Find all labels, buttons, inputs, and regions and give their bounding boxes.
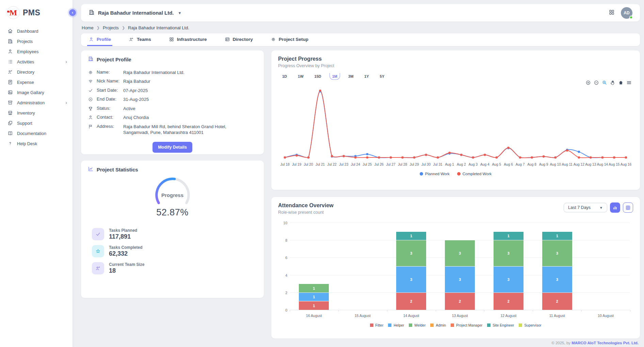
breadcrumb-item-projects[interactable]: Projects	[103, 25, 119, 30]
bar-segment-fitter[interactable]: 2	[494, 293, 524, 310]
bar-segment-helper[interactable]: 3	[396, 267, 426, 292]
legend-item-planned-work[interactable]: Planned Work	[420, 172, 450, 176]
x-axis-tick	[387, 310, 387, 312]
sidebar-item-image-gallary[interactable]: Image Gallary	[0, 87, 73, 97]
zoom-icon[interactable]	[602, 80, 607, 86]
bar-segment-site-engineer[interactable]: 1	[396, 232, 426, 240]
tab-infrastructure[interactable]: Infrastructure	[167, 33, 208, 46]
footer: © 2025, by MARCO AIoT Technologies Pvt. …	[81, 338, 640, 347]
legend-item-helper[interactable]: Helper	[388, 323, 404, 327]
sidebar-item-inventory[interactable]: Inventory	[0, 108, 73, 118]
legend-item-completed-work[interactable]: Completed Work	[457, 172, 492, 176]
range-button-1y[interactable]: 1Y	[361, 73, 371, 80]
x-axis-label: 11 August	[549, 314, 565, 318]
tab-project-setup[interactable]: Project Setup	[269, 33, 310, 46]
field-label: Status:	[97, 106, 123, 111]
field-label: End Date:	[97, 96, 123, 102]
gridline	[290, 223, 630, 223]
attendance-range-select[interactable]: Last 7 Days ▼	[564, 203, 607, 212]
svg-text:Jul 30: Jul 30	[421, 163, 431, 166]
tab-bar: ProfileTeamsInfrastructureDirectoryProje…	[81, 33, 640, 46]
sidebar-item-label: Documentation	[17, 131, 46, 136]
legend-item-admin[interactable]: Admin	[430, 323, 446, 327]
legend-item-welder[interactable]: Welder	[409, 323, 425, 327]
sidebar-item-support[interactable]: Support	[0, 118, 73, 128]
legend-item-project-manager[interactable]: Project Manager	[451, 323, 482, 327]
tab-directory[interactable]: Directory	[223, 33, 254, 46]
zoom-out-icon[interactable]	[594, 80, 599, 86]
company-selector[interactable]: Raja Bahadur International Ltd. ▼	[88, 9, 181, 17]
attendance-bar-chart[interactable]: 0246810111233123323312331	[290, 223, 630, 310]
bar-segment-welder[interactable]: 3	[396, 240, 426, 266]
archive-icon	[7, 100, 13, 105]
footer-company-link[interactable]: MARCO AIoT Technologies Pvt. Ltd.	[571, 341, 639, 345]
range-button-5y[interactable]: 5Y	[377, 73, 387, 80]
stat-tasks-planned: Tasks Planned117,891	[92, 228, 257, 240]
bar-segment-fitter[interactable]: 2	[396, 293, 426, 310]
range-button-1m[interactable]: 1M	[329, 73, 340, 80]
legend-label: Site Engineer	[493, 323, 514, 327]
bar-segment-welder[interactable]: 3	[494, 240, 524, 266]
bar-segment-fitter[interactable]: 2	[542, 293, 572, 310]
company-name: Raja Bahadur International Ltd.	[98, 10, 174, 16]
legend-item-site-engineer[interactable]: Site Engineer	[487, 323, 514, 327]
sidebar-item-projects[interactable]: Projects	[0, 36, 73, 46]
sidebar-item-documentation[interactable]: Documentation	[0, 128, 73, 138]
legend-marker	[519, 323, 522, 327]
breadcrumb-item-home[interactable]: Home	[82, 25, 94, 30]
legend-item-supervisor[interactable]: Supervisor	[519, 323, 541, 327]
sidebar-item-dashboard[interactable]: Dashboard	[0, 26, 73, 36]
avatar-initials: AD	[624, 11, 629, 15]
sidebar-item-help-desk[interactable]: Help Desk	[0, 138, 73, 149]
profile-field-name: Name:Raja Bahadur International Ltd.	[88, 68, 257, 77]
range-button-1d[interactable]: 1D	[279, 73, 290, 80]
progress-line-chart[interactable]: Jul 18Jul 19Jul 20Jul 21Jul 22Jul 23Jul …	[278, 80, 633, 171]
x-axis-label: 10 August	[598, 314, 614, 318]
app-logo[interactable]: M PMS	[0, 3, 73, 25]
field-label: Nick Name:	[97, 78, 123, 84]
zoom-in-icon[interactable]	[585, 80, 591, 86]
bar-segment-site-engineer[interactable]: 1	[542, 232, 572, 240]
tab-teams[interactable]: Teams	[127, 33, 152, 46]
bar-segment-fitter[interactable]: 2	[445, 293, 475, 310]
bar-view-button[interactable]	[610, 202, 620, 213]
y-axis-tick: 8	[285, 238, 287, 242]
svg-text:Aug 11: Aug 11	[562, 163, 573, 166]
legend-item-fitter[interactable]: Fitter	[370, 323, 384, 327]
modify-details-button[interactable]: Modify Details	[152, 142, 192, 153]
pan-icon[interactable]	[610, 80, 615, 86]
apps-grid-button[interactable]	[609, 9, 615, 17]
range-button-3m[interactable]: 3M	[345, 73, 356, 80]
sidebar-item-administration[interactable]: Administration›	[0, 97, 73, 108]
bar-segment-helper[interactable]: 1	[299, 293, 329, 301]
breadcrumb-separator: ❯	[97, 26, 100, 30]
sidebar-item-employees[interactable]: Employees	[0, 46, 73, 57]
bar-segment-helper[interactable]: 3	[542, 267, 572, 292]
bar-segment-welder[interactable]: 1	[299, 284, 329, 292]
chart-toolbar	[585, 80, 632, 86]
bar-segment-helper[interactable]: 3	[445, 267, 475, 292]
field-value: 31-Aug-2025	[123, 96, 149, 103]
sidebar-item-directory[interactable]: Directory	[0, 67, 73, 77]
avatar[interactable]: AD	[621, 7, 632, 19]
bar-segment-welder[interactable]: 3	[445, 240, 475, 266]
range-button-15d[interactable]: 15D	[312, 73, 324, 80]
range-button-1w[interactable]: 1W	[295, 73, 306, 80]
sidebar-item-activities[interactable]: Activities›	[0, 57, 73, 67]
table-view-button[interactable]	[623, 202, 633, 213]
building-icon	[88, 9, 95, 17]
building-icon	[7, 39, 13, 44]
sidebar-item-expense[interactable]: Expense	[0, 77, 73, 87]
sidebar-collapse-button[interactable]: ‹	[69, 9, 76, 16]
bar-segment-site-engineer[interactable]: 1	[494, 232, 524, 240]
legend-label: Planned Work	[425, 172, 450, 176]
tab-profile[interactable]: Profile	[87, 33, 112, 46]
legend-marker	[420, 172, 423, 176]
bar-segment-helper[interactable]: 3	[494, 267, 524, 292]
menu-icon[interactable]	[626, 80, 632, 86]
bar-segment-welder[interactable]: 3	[542, 240, 572, 266]
trophy-icon	[88, 106, 93, 111]
bar-segment-fitter[interactable]: 1	[299, 301, 329, 310]
home-icon[interactable]	[618, 80, 624, 86]
field-value: Active	[123, 106, 135, 112]
